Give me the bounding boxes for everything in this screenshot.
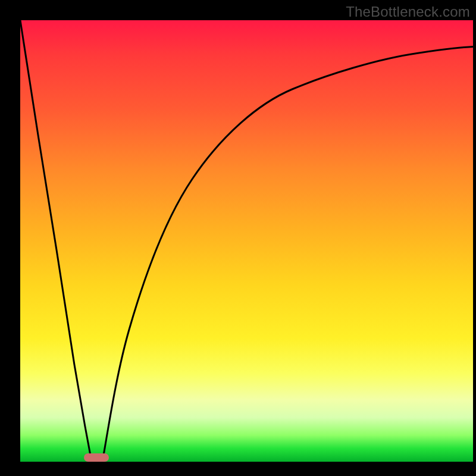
plot-area — [20, 20, 473, 462]
watermark-text: TheBottleneck.com — [346, 4, 470, 20]
chart-frame: TheBottleneck.com — [0, 0, 476, 476]
optimal-marker — [84, 453, 109, 462]
curve-right-branch — [102, 47, 473, 462]
curve-left-branch — [20, 20, 92, 462]
bottleneck-curve — [20, 20, 473, 462]
